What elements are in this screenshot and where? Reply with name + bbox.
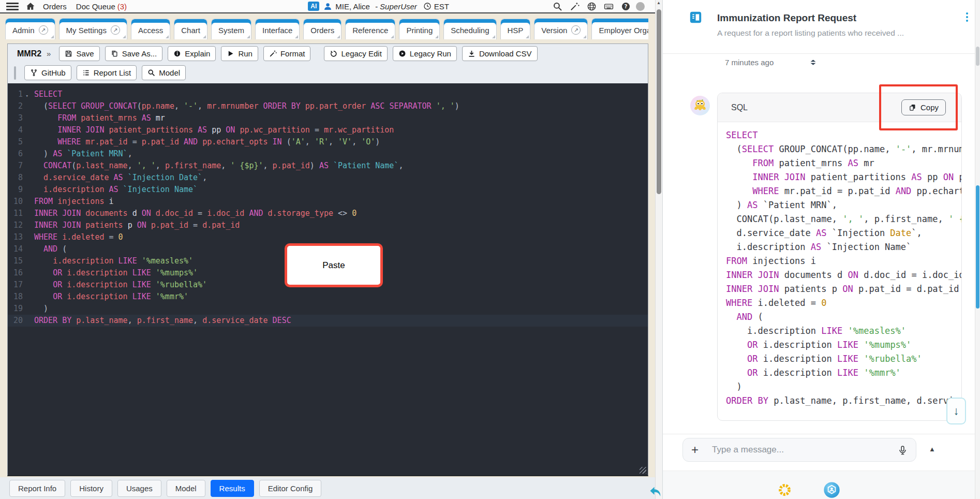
editor-line-20[interactable]: 20ORDER BY p.last_name, p.first_name, d.… bbox=[8, 315, 648, 327]
tab-system[interactable]: System bbox=[211, 19, 251, 39]
chat-scrollbar[interactable] bbox=[975, 0, 980, 499]
message-placeholder[interactable]: Type a message... bbox=[712, 445, 898, 455]
editor-line-5[interactable]: 5 WHERE mr.pat_id = p.pat_id AND pp.echa… bbox=[8, 136, 648, 148]
bottom-tab-bar: Report InfoHistoryUsagesModelResultsEdit… bbox=[0, 477, 655, 499]
user-icon bbox=[323, 2, 332, 11]
editor-line-9[interactable]: 9 i.description AS `Injection Name` bbox=[8, 184, 648, 196]
globe-icon[interactable] bbox=[587, 2, 597, 11]
ai-badge[interactable]: AI bbox=[308, 2, 319, 11]
user-name[interactable]: MIE, Alice bbox=[335, 2, 370, 11]
line-text: i.description LIKE '%measles%' bbox=[27, 255, 193, 267]
github-button[interactable]: GitHub bbox=[24, 65, 71, 80]
message-input[interactable]: + Type a message... bbox=[682, 438, 916, 462]
tab-printing[interactable]: Printing bbox=[399, 19, 440, 39]
button-label: Legacy Run bbox=[410, 49, 451, 58]
breadcrumb-orders[interactable]: Orders bbox=[43, 2, 67, 11]
tab-chart[interactable]: Chart bbox=[174, 19, 207, 39]
help-icon[interactable]: ? bbox=[621, 2, 631, 11]
copy-button[interactable]: Copy bbox=[901, 99, 946, 115]
tab-reference[interactable]: Reference bbox=[345, 19, 395, 39]
editor-line-6[interactable]: 6 ) AS `Patient MRN`, bbox=[8, 148, 648, 160]
kebab-menu-icon[interactable] bbox=[963, 12, 971, 25]
tab-scheduling[interactable]: Scheduling bbox=[443, 19, 496, 39]
resize-handle[interactable] bbox=[640, 467, 646, 474]
format-button[interactable]: Format bbox=[263, 46, 311, 61]
scroll-to-bottom-button[interactable]: ↓ bbox=[946, 398, 966, 424]
line-text: CONCAT(p.last_name, ', ', p.first_name, … bbox=[27, 160, 403, 172]
tab-hsp[interactable]: HSP bbox=[500, 19, 531, 39]
line-number: 2 bbox=[8, 100, 27, 112]
line-text: AND ( bbox=[27, 243, 67, 255]
report-list-button[interactable]: Report List bbox=[77, 65, 137, 80]
save-button[interactable]: Save bbox=[59, 46, 99, 61]
header-divider bbox=[663, 53, 980, 54]
chat-code-line-17: OR i.description LIKE '%rubella%' bbox=[726, 352, 961, 366]
bottom-tab-report-info[interactable]: Report Info bbox=[9, 480, 65, 497]
editor-line-3[interactable]: 3 FROM patient_mrns AS mr bbox=[8, 112, 648, 124]
external-link-icon[interactable]: ↗ bbox=[571, 25, 581, 35]
external-link-icon[interactable]: ↗ bbox=[111, 25, 120, 35]
chat-scrollbar-thumb[interactable] bbox=[976, 185, 979, 309]
chat-scrollbar-piece[interactable] bbox=[976, 47, 979, 66]
legacy-run-button[interactable]: Legacy Run bbox=[393, 46, 457, 61]
collapse-icon[interactable] bbox=[809, 58, 817, 66]
editor-line-8[interactable]: 8 d.service_date AS `Injection Date`, bbox=[8, 172, 648, 184]
paste-button[interactable]: Paste bbox=[285, 243, 383, 287]
bottom-tab-results[interactable]: Results bbox=[211, 480, 254, 497]
editor-line-12[interactable]: 12INNER JOIN patients p ON p.pat_id = d.… bbox=[8, 219, 648, 231]
line-number: 6 bbox=[8, 148, 27, 160]
expand-caret-icon[interactable]: ▲ bbox=[929, 445, 936, 453]
left-panel-scrollbar[interactable]: ▲ bbox=[655, 0, 662, 499]
tab-interface[interactable]: Interface bbox=[255, 19, 300, 39]
chat-code-line-18: OR i.description LIKE '%mmr%' bbox=[726, 366, 961, 380]
attach-plus-icon[interactable]: + bbox=[691, 443, 699, 457]
editor-line-13[interactable]: 13WHERE i.deleted = 0 bbox=[8, 231, 648, 243]
editor-line-11[interactable]: 11INNER JOIN documents d ON d.doc_id = i… bbox=[8, 208, 648, 219]
hamburger-menu-icon[interactable] bbox=[6, 3, 19, 10]
reply-arrow-icon[interactable] bbox=[648, 485, 663, 499]
tab-orders[interactable]: Orders bbox=[303, 19, 341, 39]
list-icon bbox=[82, 69, 90, 77]
editor-line-18[interactable]: 18 OR i.description LIKE '%mmr%' bbox=[8, 291, 648, 303]
model-button[interactable]: Model bbox=[142, 65, 186, 80]
editor-line-4[interactable]: 4 INNER JOIN patient_partitions AS pp ON… bbox=[8, 124, 648, 136]
keyboard-icon[interactable] bbox=[604, 2, 614, 11]
tab-access[interactable]: Access bbox=[131, 19, 170, 39]
app-logo-icon[interactable] bbox=[823, 481, 840, 498]
button-label: Report List bbox=[94, 68, 131, 77]
tab-my-settings[interactable]: My Settings↗ bbox=[59, 18, 127, 39]
tab-employer-organizations[interactable]: Employer Organizations↗ bbox=[591, 18, 648, 39]
tab-version[interactable]: Version↗ bbox=[534, 18, 588, 39]
wand-icon bbox=[269, 50, 277, 57]
save-as-button[interactable]: Save As... bbox=[105, 46, 163, 61]
bottom-tab-history[interactable]: History bbox=[70, 480, 112, 497]
external-link-icon[interactable]: ↗ bbox=[39, 25, 48, 35]
download-csv-button[interactable]: Download CSV bbox=[462, 46, 538, 61]
sun-badge-icon[interactable] bbox=[777, 482, 793, 498]
wand-icon[interactable] bbox=[570, 2, 580, 11]
editor-line-10[interactable]: 10FROM injections i bbox=[8, 196, 648, 208]
report-id-chevron[interactable]: » bbox=[47, 49, 51, 58]
editor-line-2[interactable]: 2 (SELECT GROUP_CONCAT(pp.name, '-', mr.… bbox=[8, 100, 648, 112]
avatar-placeholder[interactable] bbox=[636, 2, 645, 11]
bottom-tab-editor-config[interactable]: Editor Config bbox=[259, 480, 322, 497]
legacy-edit-button[interactable]: Legacy Edit bbox=[324, 46, 387, 61]
timezone-label[interactable]: EST bbox=[434, 2, 449, 11]
explain-button[interactable]: Explain bbox=[168, 46, 216, 61]
editor-line-7[interactable]: 7 CONCAT(p.last_name, ', ', p.first_name… bbox=[8, 160, 648, 172]
user-role: - SuperUser bbox=[375, 2, 417, 11]
line-text: OR i.description LIKE '%rubella%' bbox=[27, 279, 207, 291]
button-label: GitHub bbox=[41, 68, 66, 77]
scrollbar-thumb[interactable] bbox=[657, 9, 661, 194]
editor-line-1[interactable]: 1▾SELECT bbox=[8, 89, 648, 100]
tab-admin[interactable]: Admin↗ bbox=[5, 18, 55, 39]
run-button[interactable]: Run bbox=[221, 46, 258, 61]
search-icon[interactable] bbox=[553, 2, 562, 11]
bottom-tab-usages[interactable]: Usages bbox=[117, 480, 161, 497]
microphone-icon[interactable] bbox=[898, 445, 908, 455]
editor-line-19[interactable]: 19 ) bbox=[8, 303, 648, 315]
scrollbar-up-arrow[interactable]: ▲ bbox=[657, 1, 661, 5]
home-icon[interactable] bbox=[26, 2, 35, 11]
bottom-tab-model[interactable]: Model bbox=[167, 480, 205, 497]
breadcrumb-doc-queue[interactable]: Doc Queue(3) bbox=[76, 2, 127, 11]
